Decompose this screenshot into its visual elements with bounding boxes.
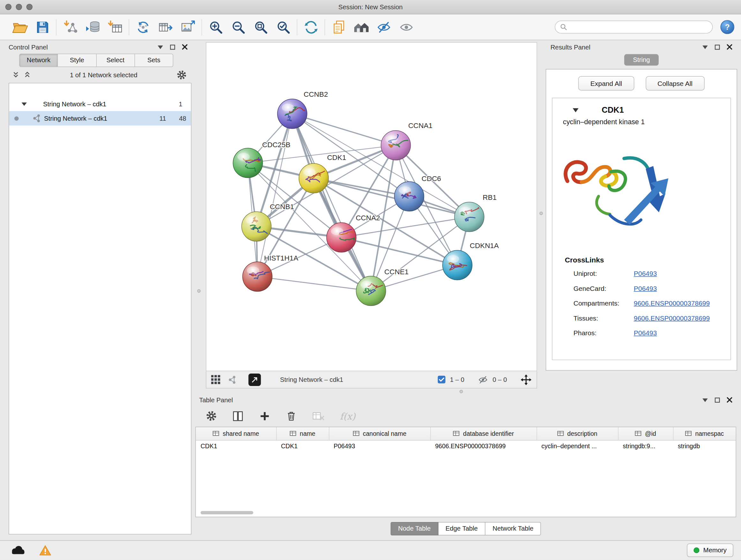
protein-collapse-icon[interactable] (572, 108, 579, 113)
collapse-all-button[interactable]: Collapse All (646, 76, 704, 91)
import-network-button[interactable] (59, 16, 82, 38)
column-header-name[interactable]: name (276, 427, 329, 440)
zoom-fit-icon (253, 20, 268, 34)
delete-column-icon[interactable] (285, 410, 297, 422)
function-builder-button[interactable]: f(x) (340, 411, 355, 421)
panel-menu-icon[interactable] (702, 398, 708, 402)
disclosure-triangle-icon[interactable] (22, 102, 27, 106)
tab-string[interactable]: String (624, 54, 659, 66)
collapse-tree-icon[interactable] (12, 71, 19, 78)
crosslink-link[interactable]: P06493 (634, 329, 657, 336)
refresh-button[interactable] (300, 16, 322, 38)
search-input[interactable] (570, 23, 708, 31)
cell-database-identifier[interactable]: 9606.ENSP00000378699 (430, 440, 537, 453)
add-column-icon[interactable] (259, 410, 271, 422)
tab-style[interactable]: Style (58, 54, 96, 67)
splitter-grip[interactable] (540, 212, 543, 215)
tab-sets[interactable]: Sets (135, 54, 173, 67)
maximize-window-button[interactable] (26, 4, 33, 10)
selected-checkbox-icon[interactable] (437, 375, 446, 384)
toolbar-separator (325, 19, 325, 35)
warning-icon[interactable] (39, 545, 52, 556)
network-options-gear-icon[interactable] (177, 70, 187, 80)
left-splitter[interactable] (192, 40, 206, 389)
tab-network[interactable]: Network (19, 54, 58, 67)
cell-id[interactable]: stringdb:9... (618, 440, 673, 453)
import-table-button[interactable] (104, 16, 127, 38)
tab-edge-table[interactable]: Edge Table (439, 522, 485, 536)
open-session-button[interactable] (9, 16, 31, 38)
home-button[interactable] (350, 16, 373, 38)
column-header-database-identifier[interactable]: database identifier (430, 427, 537, 440)
open-in-new-window-button[interactable] (249, 373, 261, 386)
network-canvas[interactable]: CCNB2CCNA1CDC25BCDK1CDC6RB1CCNB1CCNA2CDK… (206, 42, 537, 371)
splitter-grip[interactable] (197, 289, 201, 293)
crosslink-link[interactable]: 9606.ENSP00000378699 (634, 299, 710, 307)
save-session-button[interactable] (31, 16, 54, 38)
network-tools-button[interactable] (132, 16, 154, 38)
help-button[interactable]: ? (721, 20, 735, 34)
search-field[interactable] (555, 21, 713, 34)
minimize-window-button[interactable] (16, 4, 22, 10)
import-network-database-button[interactable] (81, 16, 104, 38)
node-label-RB1: RB1 (482, 193, 496, 201)
crosslink-link[interactable]: P06493 (634, 284, 657, 292)
zoom-selected-button[interactable] (272, 16, 294, 38)
table-settings-gear-icon[interactable] (206, 411, 217, 422)
right-splitter[interactable] (537, 40, 546, 389)
network-node-RB1 (455, 202, 484, 232)
network-collection-row[interactable]: String Network – cdk1 1 (9, 97, 191, 111)
tab-network-table[interactable]: Network Table (485, 522, 541, 536)
show-all-button[interactable] (395, 16, 418, 38)
column-header-canonical-name[interactable]: canonical name (329, 427, 430, 440)
network-row-selected[interactable]: String Network – cdk1 11 48 (9, 111, 191, 125)
export-image-button[interactable] (177, 16, 199, 38)
tab-node-table[interactable]: Node Table (390, 522, 438, 536)
delete-table-icon-disabled[interactable] (312, 411, 325, 422)
hidden-eye-icon[interactable] (478, 375, 488, 384)
network-glyph-icon[interactable] (228, 375, 236, 384)
hide-selected-button[interactable] (373, 16, 395, 38)
close-window-button[interactable] (5, 4, 12, 10)
panel-close-icon[interactable] (727, 397, 732, 403)
panel-menu-icon[interactable] (702, 45, 708, 49)
table-row[interactable]: CDK1 CDK1 P06493 9606.ENSP00000378699 cy… (196, 440, 736, 453)
duplicate-document-button[interactable] (327, 16, 350, 38)
crosslink-link[interactable]: P06493 (634, 269, 657, 277)
cloud-icon[interactable] (10, 545, 25, 556)
cell-namespace[interactable]: stringdb (673, 440, 736, 453)
panel-float-icon[interactable] (715, 397, 720, 402)
expand-tree-icon[interactable] (24, 71, 30, 78)
column-header-id[interactable]: @id (618, 427, 673, 440)
node-table-container[interactable]: shared name name canonical name database… (195, 427, 736, 517)
expand-all-button[interactable]: Expand All (578, 76, 634, 91)
column-header-namespace[interactable]: namespac (673, 427, 736, 440)
column-header-shared-name[interactable]: shared name (196, 427, 276, 440)
open-folder-icon (12, 20, 28, 34)
cell-name[interactable]: CDK1 (276, 440, 329, 453)
cell-shared-name[interactable]: CDK1 (196, 440, 276, 453)
panel-close-icon[interactable] (182, 44, 188, 50)
panel-float-icon[interactable] (170, 44, 176, 50)
pan-crosshair-icon[interactable] (521, 374, 532, 385)
show-columns-icon[interactable] (232, 410, 244, 422)
panel-float-icon[interactable] (715, 44, 720, 50)
control-panel-header: Control Panel (4, 42, 192, 52)
zoom-in-button[interactable] (205, 16, 227, 38)
node-label-HIST1H1A: HIST1H1A (264, 254, 298, 262)
export-network-button[interactable] (154, 16, 177, 38)
cell-description[interactable]: cyclin–dependent ... (537, 440, 618, 453)
table-splitter[interactable] (192, 389, 741, 395)
birds-eye-grid-icon[interactable] (211, 375, 220, 384)
column-header-description[interactable]: description (537, 427, 618, 440)
horizontal-scrollbar[interactable] (201, 511, 253, 515)
zoom-out-button[interactable] (227, 16, 250, 38)
panel-close-icon[interactable] (727, 44, 732, 50)
zoom-fit-button[interactable] (250, 16, 272, 38)
splitter-grip[interactable] (460, 390, 463, 393)
cell-canonical-name[interactable]: P06493 (329, 440, 430, 453)
crosslink-link[interactable]: 9606.ENSP00000378699 (634, 314, 710, 321)
memory-button[interactable]: Memory (687, 544, 733, 557)
panel-menu-icon[interactable] (158, 45, 163, 49)
tab-select[interactable]: Select (96, 54, 135, 67)
